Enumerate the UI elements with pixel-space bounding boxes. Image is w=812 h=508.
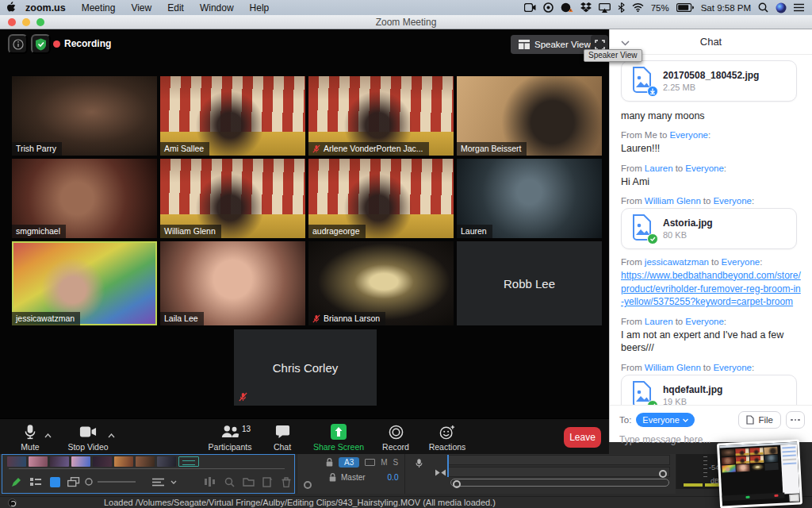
pan-knob[interactable] <box>304 481 312 489</box>
menu-app-name[interactable]: zoom.us <box>21 2 74 13</box>
chat-message: 20170508_180452.jpg 2.25 MB <box>621 60 803 102</box>
chat-file-card[interactable]: 20170508_180452.jpg 2.25 MB <box>621 60 797 102</box>
siri-icon[interactable] <box>776 2 787 13</box>
speaker-view-tooltip: Speaker View <box>584 49 642 62</box>
video-tile[interactable]: Brianna Larson <box>308 241 454 325</box>
message-header: FromLaurentoEveryone: <box>621 317 803 326</box>
timeline-track-lane[interactable] <box>448 455 670 465</box>
video-tile[interactable]: William Glenn <box>160 159 305 238</box>
timeline-track-lane[interactable] <box>448 467 670 477</box>
menu-item-window[interactable]: Window <box>192 2 242 13</box>
scrollbar-knob[interactable] <box>453 480 461 488</box>
video-tile[interactable]: Lauren <box>457 159 602 238</box>
muted-mic-icon <box>312 144 320 153</box>
creative-cloud-menu-icon[interactable] <box>561 2 573 13</box>
timeline-knob[interactable] <box>659 470 667 478</box>
video-tile-active-speaker[interactable]: jessicawatzman <box>12 241 157 325</box>
wifi-menu-icon[interactable] <box>632 3 644 12</box>
sort-icon[interactable] <box>148 474 167 490</box>
chat-message-list[interactable]: 20170508_180452.jpg 2.25 MB many many mo… <box>610 56 812 405</box>
file-name: Astoria.jpg <box>663 217 713 229</box>
video-tile[interactable]: Trish Parry <box>12 76 157 156</box>
menu-item-edit[interactable]: Edit <box>159 2 192 13</box>
video-tile[interactable]: smgmichael <box>12 159 157 238</box>
chat-file-card[interactable]: hqdefault.jpg 19 KB <box>621 375 797 405</box>
zoom-camera-menu-icon[interactable] <box>524 3 536 12</box>
marker-bowtie-icon[interactable] <box>435 469 446 476</box>
lock-icon[interactable] <box>326 458 333 467</box>
track-solo-button[interactable]: S <box>393 458 399 467</box>
image-file-icon <box>630 67 655 95</box>
trash-icon[interactable] <box>277 474 296 490</box>
recipient-selector[interactable]: Everyone <box>636 413 694 427</box>
encryption-shield-button[interactable] <box>31 34 51 54</box>
dropbox-menu-icon[interactable] <box>580 2 592 13</box>
chat-message: many many moons <box>621 110 803 122</box>
menu-item-view[interactable]: View <box>123 2 159 13</box>
video-tile[interactable]: Laila Lee <box>160 241 305 325</box>
muted-mic-icon <box>239 392 247 402</box>
zoom-out-knob-icon[interactable] <box>83 474 94 490</box>
sort-chevron-icon[interactable] <box>167 474 180 490</box>
macos-menu-bar: zoom.us Meeting View Edit Window Help 75… <box>0 0 812 15</box>
video-tile-no-video[interactable]: Chris Corley <box>234 329 377 406</box>
file-attach-button[interactable]: File <box>738 411 781 429</box>
premiere-project-panel[interactable] <box>2 454 295 494</box>
message-header: FromWilliam GlenntoEveryone: <box>621 363 803 372</box>
share-screen-button[interactable]: Share Screen <box>308 423 369 452</box>
leave-button[interactable]: Leave <box>564 427 601 448</box>
new-item-icon[interactable] <box>258 474 277 490</box>
meeting-info-button[interactable] <box>8 34 28 54</box>
bluetooth-menu-icon[interactable] <box>618 2 625 13</box>
to-label: To: <box>619 415 631 425</box>
message-text: I am not an expert and I've had a few be… <box>621 329 803 355</box>
chat-button[interactable]: Chat <box>252 423 312 452</box>
screenshot-thumbnail[interactable] <box>717 439 802 508</box>
chat-message: FromLaurentoEveryone: Hi Ami <box>621 164 803 188</box>
motion-clip-icon <box>178 456 199 467</box>
menu-item-meeting[interactable]: Meeting <box>74 2 124 13</box>
microphone-icon <box>23 423 37 441</box>
automate-sequence-icon[interactable] <box>201 474 220 490</box>
list-view-icon[interactable] <box>26 474 45 490</box>
track-meter-icon[interactable] <box>365 459 375 466</box>
apple-menu-icon[interactable] <box>0 2 21 13</box>
menu-item-help[interactable]: Help <box>242 2 278 13</box>
more-options-button[interactable] <box>786 411 805 429</box>
audio-track-tab[interactable]: A3 <box>339 457 359 468</box>
freeform-view-icon[interactable] <box>64 474 83 490</box>
video-tile[interactable]: audrageorge <box>308 159 454 238</box>
video-tile[interactable]: Arlene VonderPorten Jac... <box>308 76 454 156</box>
reactions-smiley-icon <box>439 423 455 441</box>
timeline-scrollbar[interactable] <box>450 479 669 487</box>
participants-button[interactable]: 13 Participants <box>200 423 260 452</box>
download-badge-icon <box>647 86 658 97</box>
grid-view-icon <box>519 40 530 49</box>
chevron-down-icon <box>683 418 688 422</box>
reactions-button[interactable]: Reactions <box>417 423 477 452</box>
video-options-caret[interactable] <box>108 429 115 441</box>
voiceover-mic-icon[interactable] <box>415 458 423 469</box>
battery-icon[interactable] <box>676 3 694 12</box>
thumbnail-zoom-slider[interactable] <box>98 481 136 483</box>
chat-collapse-chevron-icon[interactable] <box>621 37 630 48</box>
video-tile[interactable]: Morgan Beissert <box>457 76 602 156</box>
mute-options-caret[interactable] <box>44 429 52 441</box>
new-bin-icon[interactable] <box>239 474 258 490</box>
chat-link[interactable]: https://www.bedbathandbeyond.com/store/p… <box>621 269 803 309</box>
video-tile-no-video[interactable]: Robb Lee <box>457 241 602 325</box>
playhead-line[interactable] <box>447 455 449 477</box>
icon-view-icon[interactable] <box>45 474 64 490</box>
chat-file-card[interactable]: Astoria.jpg 80 KB <box>621 208 797 249</box>
track-mute-button[interactable]: M <box>381 458 387 467</box>
spotlight-search-icon[interactable] <box>758 2 768 13</box>
menu-clock[interactable]: Sat 9:58 PM <box>701 3 751 13</box>
airplay-menu-icon[interactable] <box>599 3 611 13</box>
record-menu-icon[interactable] <box>543 2 553 13</box>
notification-center-icon[interactable] <box>794 3 804 12</box>
video-tile[interactable]: Ami Sallee <box>160 76 305 156</box>
find-icon[interactable] <box>220 474 239 490</box>
pencil-tool-icon[interactable] <box>7 474 26 490</box>
lock-icon[interactable] <box>329 473 336 482</box>
master-gain-value[interactable]: 0.0 <box>388 473 399 482</box>
